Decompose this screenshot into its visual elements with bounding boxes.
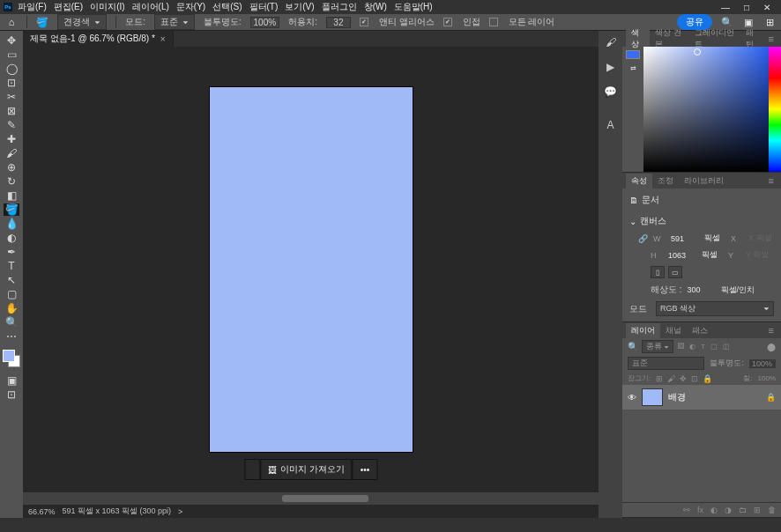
layer-lock-icon[interactable]: 🔒 [766, 393, 776, 402]
antialias-checkbox[interactable] [360, 18, 368, 26]
blur-tool[interactable]: 💧 [4, 218, 19, 230]
panel-menu-icon[interactable]: ⊞ [763, 16, 776, 28]
w-value[interactable]: 591 [671, 234, 699, 243]
lock-lock-icon[interactable]: 🔒 [703, 374, 712, 383]
zoom-level[interactable]: 66.67% [28, 507, 56, 516]
path-tool[interactable]: ↖ [4, 274, 19, 286]
artboard-tool[interactable]: ▭ [4, 48, 19, 61]
canvas-toggle-icon[interactable]: ⌄ [629, 217, 636, 226]
window-minimize[interactable]: — [721, 3, 730, 12]
home-icon[interactable]: ⌂ [5, 16, 18, 28]
layer-blend-dropdown[interactable]: 표준 [628, 357, 704, 370]
group-icon[interactable]: 🗀 [739, 506, 747, 514]
window-maximize[interactable]: □ [744, 3, 749, 12]
fx-icon[interactable]: fx [697, 506, 703, 514]
window-close[interactable]: ✕ [763, 3, 770, 12]
layers-panel-menu[interactable]: ≡ [765, 325, 777, 336]
quickmask-tool[interactable]: ▣ [4, 374, 19, 387]
tab-paths[interactable]: 패스 [687, 323, 713, 338]
history-brush-tool[interactable]: ↻ [4, 175, 19, 188]
lock-position-icon[interactable]: ✥ [680, 374, 687, 383]
fill-value[interactable]: 100% [758, 374, 776, 382]
layer-row-background[interactable]: 👁 배경 🔒 [622, 385, 781, 410]
opacity-value[interactable]: 100% [250, 17, 280, 28]
bucket-tool-icon[interactable]: 🪣 [36, 16, 48, 28]
close-tab-icon[interactable]: × [160, 34, 166, 44]
link-layers-icon[interactable]: ⚯ [683, 506, 690, 514]
crop-tool[interactable]: ✂ [4, 91, 19, 103]
color-field[interactable] [643, 47, 769, 172]
frame-tool[interactable]: ⊠ [4, 105, 19, 117]
play-panel-icon[interactable]: ▶ [606, 61, 614, 73]
filter-image-icon[interactable]: 🖼 [677, 343, 684, 351]
import-image-button[interactable]: 🖼 이미지 가져오기 [260, 459, 353, 480]
menu-image[interactable]: 이미지(I) [90, 1, 124, 13]
resolution-value[interactable]: 300 [688, 285, 716, 294]
lock-artboard-icon[interactable]: ⊡ [691, 374, 698, 383]
horizontal-scrollbar[interactable] [23, 492, 599, 505]
hue-slider[interactable] [769, 47, 781, 172]
shape-tool[interactable]: ▢ [4, 288, 19, 300]
menu-file[interactable]: 파일(F) [18, 1, 47, 13]
tab-adjustments[interactable]: 조정 [652, 174, 679, 188]
new-layer-icon[interactable]: ⊞ [754, 506, 761, 514]
brush-tool[interactable]: 🖌 [4, 147, 19, 159]
selection-tool[interactable]: ⊡ [4, 77, 19, 89]
foreground-dropdown[interactable]: 견경색 [57, 14, 107, 30]
tab-layers[interactable]: 레이어 [626, 323, 660, 338]
color-panel-menu[interactable]: ≡ [765, 33, 777, 44]
filter-shape-icon[interactable]: ▢ [710, 343, 718, 351]
visibility-icon[interactable]: 👁 [628, 393, 636, 403]
document-tab[interactable]: 제목 없음-1 @ 66.7% (RGB/8) * × [23, 31, 174, 47]
props-panel-menu[interactable]: ≡ [765, 175, 777, 186]
filter-smart-icon[interactable]: ◫ [723, 343, 730, 351]
canvas[interactable] [210, 87, 413, 452]
menu-edit[interactable]: 편집(E) [54, 1, 83, 13]
orient-portrait[interactable]: ▯ [651, 266, 665, 278]
layer-name[interactable]: 배경 [668, 391, 761, 403]
menu-layer[interactable]: 레이어(L) [132, 1, 169, 13]
pen-tool[interactable]: ✒ [4, 246, 19, 258]
hand-tool[interactable]: ✋ [4, 302, 19, 314]
zoom-tool[interactable]: 🔍 [4, 316, 19, 329]
link-icon[interactable]: 🔗 [638, 234, 648, 243]
colormode-dropdown[interactable]: RGB 색상 [656, 301, 774, 316]
bucket-tool[interactable]: 🪣 [4, 203, 19, 216]
edit-toolbar[interactable]: ⋯ [4, 330, 19, 343]
menu-type[interactable]: 문자(Y) [176, 1, 205, 13]
orient-landscape[interactable]: ▭ [668, 266, 682, 278]
layer-filter-dropdown[interactable]: 종류 [642, 340, 673, 353]
eraser-tool[interactable]: ◧ [4, 189, 19, 202]
menu-filter[interactable]: 필터(T) [249, 1, 279, 13]
layer-search-icon[interactable]: 🔍 [628, 342, 638, 351]
filter-adjust-icon[interactable]: ◐ [689, 343, 695, 351]
swap-colors-icon[interactable]: ⇄ [630, 64, 636, 72]
tab-channels[interactable]: 채널 [660, 323, 687, 338]
fg-swatch[interactable] [626, 50, 640, 59]
adjustment-icon[interactable]: ◑ [725, 506, 732, 514]
brush-panel-icon[interactable]: 🖌 [606, 36, 616, 48]
dodge-tool[interactable]: ◐ [4, 232, 19, 244]
eyedropper-tool[interactable]: ✎ [4, 119, 19, 131]
menu-help[interactable]: 도움말(H) [394, 1, 433, 13]
layer-opacity-value[interactable]: 100% [749, 359, 776, 368]
tolerance-value[interactable]: 32 [326, 17, 351, 28]
alllayers-checkbox[interactable] [489, 18, 498, 26]
screenmode-tool[interactable]: ⊡ [4, 388, 19, 401]
menu-window[interactable]: 창(W) [364, 1, 387, 13]
contiguous-checkbox[interactable] [443, 18, 452, 26]
lock-all-icon[interactable]: ⊞ [656, 374, 663, 383]
menu-select[interactable]: 선택(S) [212, 1, 242, 13]
tab-library[interactable]: 라이브러리 [679, 174, 729, 188]
lasso-tool[interactable]: ◯ [4, 63, 19, 75]
menu-plugin[interactable]: 플러그인 [322, 1, 357, 13]
comments-panel-icon[interactable]: 💬 [604, 85, 617, 98]
layer-thumbnail[interactable] [642, 388, 663, 406]
filter-toggle[interactable]: ⬤ [767, 343, 776, 351]
filter-type-icon[interactable]: T [701, 343, 705, 351]
info-arrow-icon[interactable]: > [178, 507, 182, 516]
tab-properties[interactable]: 속성 [626, 174, 652, 188]
menu-view[interactable]: 보기(V) [285, 1, 314, 13]
context-drag-handle[interactable] [244, 459, 260, 480]
lock-pixels-icon[interactable]: 🖌 [667, 374, 675, 383]
